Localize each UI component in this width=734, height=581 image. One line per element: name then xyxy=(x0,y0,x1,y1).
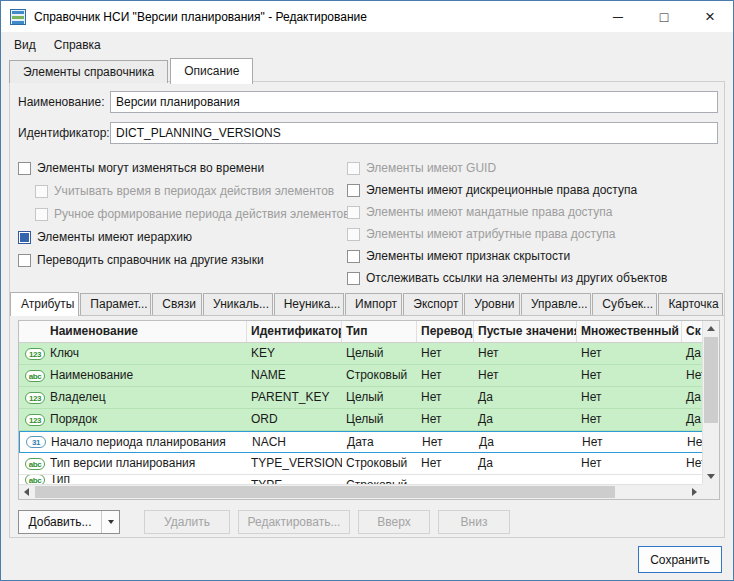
tab-export[interactable]: Экспорт xyxy=(403,293,463,315)
string-type-icon: abc xyxy=(25,370,45,382)
close-icon[interactable]: × xyxy=(687,1,733,32)
col-header-type[interactable]: Тип xyxy=(342,321,417,342)
attr-type: Строковый xyxy=(342,365,417,386)
attr-empty: Да xyxy=(475,432,578,452)
checkbox-discretionary-access-rights[interactable]: Элементы имеют дискреционные права досту… xyxy=(347,182,667,198)
tab-levels[interactable]: Уровни xyxy=(464,293,520,315)
tab-management[interactable]: Управле... xyxy=(521,293,591,315)
table-row[interactable]: abcТип версии планирования TYPE_VERSION … xyxy=(19,453,719,475)
horizontal-scrollbar[interactable] xyxy=(19,484,702,499)
tab-attributes[interactable]: Атрибуты xyxy=(10,292,79,316)
checkbox-box xyxy=(35,208,48,221)
col-header-translate[interactable]: Перевод xyxy=(417,321,474,342)
attr-multiple: Нет xyxy=(577,343,682,364)
tab-unique-keys[interactable]: Уникаль... xyxy=(203,293,273,315)
attr-id: NAME xyxy=(247,365,342,386)
checkbox-elements-have-hierarchy[interactable]: Элементы имеют иерархию xyxy=(18,229,350,245)
attr-name: Ключ xyxy=(50,343,79,364)
checkbox-elements-have-guid[interactable]: Элементы имеют GUID xyxy=(347,160,667,176)
menu-help[interactable]: Справка xyxy=(45,34,110,56)
vertical-scroll-thumb[interactable] xyxy=(704,337,718,423)
attr-name: Наименование xyxy=(50,365,133,386)
attr-multiple xyxy=(577,475,682,484)
attr-name: Владелец xyxy=(50,387,106,408)
attr-type: Строковый xyxy=(342,475,417,484)
date-type-icon: 31 xyxy=(26,436,46,448)
attr-empty xyxy=(474,475,577,484)
tab-import[interactable]: Импорт xyxy=(345,293,402,315)
string-type-icon: abc xyxy=(25,475,45,484)
attr-name: Тип xyxy=(50,475,70,484)
attr-translate: Нет xyxy=(417,343,474,364)
scroll-left-icon[interactable] xyxy=(19,485,34,499)
attr-tabstrip: Атрибуты Парамет... Связи Уникаль... Неу… xyxy=(10,292,724,316)
table-row-selected[interactable]: 31Начало периода планирования NACH Дата … xyxy=(19,431,719,453)
attr-empty: Нет xyxy=(474,343,577,364)
checkbox-elements-change-in-time[interactable]: Элементы могут изменяться во времени xyxy=(18,160,350,176)
col-header-name[interactable]: Наименование xyxy=(19,321,247,342)
delete-button[interactable]: Удалить xyxy=(144,510,230,534)
add-button[interactable]: Добавить... xyxy=(18,510,120,534)
checkbox-consider-time-in-periods[interactable]: Учитывать время в периодах действия элем… xyxy=(35,183,350,199)
window-title: Справочник НСИ "Версии планирования" - Р… xyxy=(34,10,595,24)
attr-id: NACH xyxy=(248,432,343,452)
attr-multiple: Нет xyxy=(577,453,682,474)
horizontal-scroll-thumb[interactable] xyxy=(35,486,615,498)
attr-translate: Нет xyxy=(417,409,474,430)
tab-parameters[interactable]: Парамет... xyxy=(80,293,151,315)
tab-card[interactable]: Карточка xyxy=(658,293,723,315)
string-type-icon: abc xyxy=(25,458,45,470)
identifier-input[interactable] xyxy=(110,122,718,144)
int-type-icon: 123 xyxy=(25,392,45,404)
checkbox-attribute-access-rights[interactable]: Элементы имеют атрибутные права доступа xyxy=(347,226,667,242)
tab-description[interactable]: Описание xyxy=(170,58,253,84)
grid-header-row: Наименование Идентификатор Тип Перевод П… xyxy=(19,321,719,343)
scroll-right-icon[interactable] xyxy=(687,485,702,499)
minimize-icon[interactable]: ─ xyxy=(595,1,641,32)
tab-links[interactable]: Связи xyxy=(152,293,202,315)
save-button[interactable]: Сохранить xyxy=(638,546,722,573)
edit-button[interactable]: Редактировать... xyxy=(238,510,350,534)
attr-multiple: Нет xyxy=(577,387,682,408)
checkbox-manual-period-forming[interactable]: Ручное формирование периода действия эле… xyxy=(35,206,350,222)
maximize-icon[interactable]: □ xyxy=(641,1,687,32)
move-up-button[interactable]: Вверх xyxy=(358,510,430,534)
attr-id: ORD xyxy=(247,409,342,430)
checkbox-translate-dictionary[interactable]: Переводить справочник на другие языки xyxy=(18,252,350,268)
table-row[interactable]: 123Ключ KEY Целый Нет Нет Нет Да xyxy=(19,343,719,365)
col-header-multiple[interactable]: Множественный xyxy=(577,321,682,342)
menu-view[interactable]: Вид xyxy=(5,34,45,56)
scroll-down-icon[interactable] xyxy=(703,469,719,484)
table-row[interactable]: 123Владелец PARENT_KEY Целый Нет Да Нет … xyxy=(19,387,719,409)
tab-dictionary-elements[interactable]: Элементы справочника xyxy=(9,60,168,83)
table-row[interactable]: abcНаименование NAME Строковый Нет Нет Н… xyxy=(19,365,719,387)
attr-name: Порядок xyxy=(50,409,97,430)
add-dropdown-icon[interactable] xyxy=(102,520,119,524)
tab-subjects[interactable]: Субъек... xyxy=(592,293,657,315)
window-controls: ─ □ × xyxy=(595,1,733,32)
attr-translate: Нет xyxy=(417,365,474,386)
attributes-grid: Наименование Идентификатор Тип Перевод П… xyxy=(18,320,720,500)
identifier-label: Идентификатор: xyxy=(18,122,110,144)
checkbox-box xyxy=(18,231,31,244)
move-down-button[interactable]: Вниз xyxy=(438,510,510,534)
attr-id: PARENT_KEY xyxy=(247,387,342,408)
checkbox-hidden-flag[interactable]: Элементы имеют признак скрытости xyxy=(347,248,667,264)
checkbox-mandatory-access-rights[interactable]: Элементы имеют мандатные права доступа xyxy=(347,204,667,220)
name-input[interactable] xyxy=(110,91,718,113)
vertical-scrollbar[interactable] xyxy=(702,321,719,484)
checkbox-track-references[interactable]: Отслеживать ссылки на элементы из других… xyxy=(347,270,667,286)
attr-translate xyxy=(417,475,474,484)
scroll-up-icon[interactable] xyxy=(703,321,719,336)
tab-nonunique-keys[interactable]: Неуника... xyxy=(274,293,344,315)
checkbox-box xyxy=(347,250,360,263)
col-header-empty-values[interactable]: Пустые значения xyxy=(474,321,577,342)
attr-type: Целый xyxy=(342,409,417,430)
attr-multiple: Нет xyxy=(577,409,682,430)
int-type-icon: 123 xyxy=(25,414,45,426)
options-right-column: Элементы имеют GUID Элементы имеют дискр… xyxy=(347,160,667,286)
table-row[interactable]: 123Порядок ORD Целый Нет Да Нет Да xyxy=(19,409,719,431)
col-header-identifier[interactable]: Идентификатор xyxy=(247,321,342,342)
app-icon xyxy=(10,9,26,25)
attr-type: Строковый xyxy=(342,453,417,474)
